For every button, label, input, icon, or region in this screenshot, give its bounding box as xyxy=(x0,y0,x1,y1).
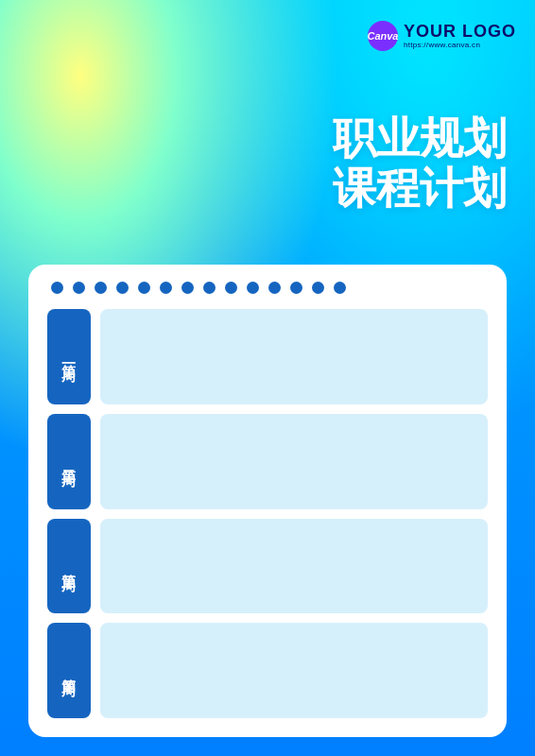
week-label-2: 第三周 xyxy=(47,519,91,614)
week-label-text-1: 第二周 xyxy=(60,458,78,464)
canva-icon: Canva xyxy=(368,21,398,51)
dot-4 xyxy=(138,282,150,294)
week-label-3: 第四周 xyxy=(47,623,91,718)
schedule-row-3: 第四周 xyxy=(47,623,488,718)
week-content-1[interactable] xyxy=(100,414,488,509)
dot-12 xyxy=(312,282,324,294)
dot-6 xyxy=(181,282,194,294)
title-line2: 课程计划 xyxy=(333,163,507,214)
week-label-text-0: 第一周 xyxy=(60,353,78,359)
week-content-0[interactable] xyxy=(100,309,488,404)
logo-main-text: YOUR LOGO xyxy=(404,23,516,42)
logo-area: Canva YOUR LOGO https://www.canva.cn xyxy=(368,21,516,51)
background: Canva YOUR LOGO https://www.canva.cn 职业规… xyxy=(0,0,535,756)
logo-text-block: YOUR LOGO https://www.canva.cn xyxy=(404,23,516,50)
dot-0 xyxy=(51,282,63,294)
schedule-row-2: 第三周 xyxy=(47,519,488,614)
week-content-3[interactable] xyxy=(100,623,488,718)
schedule-row-1: 第二周 xyxy=(47,414,488,509)
week-label-text-2: 第三周 xyxy=(60,563,78,569)
dot-11 xyxy=(290,282,302,294)
dot-9 xyxy=(247,282,259,294)
title-area: 职业规划 课程计划 xyxy=(333,113,507,214)
dot-10 xyxy=(268,282,281,294)
dots-row xyxy=(47,282,488,294)
dot-2 xyxy=(95,282,107,294)
logo-sub-text: https://www.canva.cn xyxy=(404,41,516,49)
main-card: 第一周第二周第三周第四周 xyxy=(28,265,507,737)
dot-8 xyxy=(225,282,237,294)
week-label-0: 第一周 xyxy=(47,309,91,404)
dot-3 xyxy=(116,282,129,294)
title-text: 职业规划 课程计划 xyxy=(333,113,507,214)
dot-5 xyxy=(160,282,172,294)
week-content-2[interactable] xyxy=(100,519,488,614)
title-line1: 职业规划 xyxy=(333,113,507,163)
week-label-1: 第二周 xyxy=(47,414,91,509)
week-label-text-3: 第四周 xyxy=(60,668,78,674)
schedule-row-0: 第一周 xyxy=(47,309,488,404)
dot-13 xyxy=(334,282,346,294)
schedule-rows: 第一周第二周第三周第四周 xyxy=(47,309,488,718)
dot-7 xyxy=(203,282,216,294)
dot-1 xyxy=(73,282,85,294)
